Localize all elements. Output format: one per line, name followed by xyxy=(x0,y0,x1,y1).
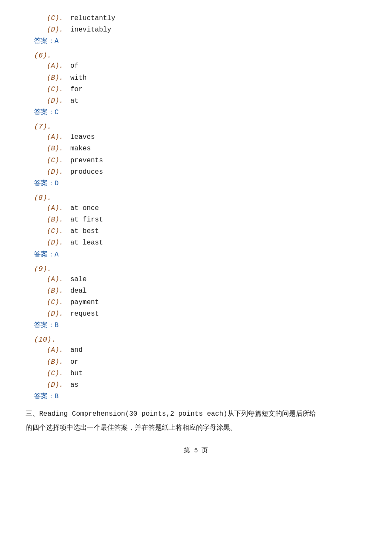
q9-option-c-label: (C). xyxy=(47,297,70,308)
answer-9: 答案：B xyxy=(34,321,366,330)
q9-num: (9). xyxy=(34,265,366,273)
q6-num: (6). xyxy=(34,52,366,60)
answer-7-value: D xyxy=(55,180,59,187)
q8-option-c: (C). at best xyxy=(47,226,366,237)
q9-option-d-text: request xyxy=(70,308,99,320)
page-number: 第 5 页 xyxy=(26,446,366,454)
q6-option-c-text: for xyxy=(70,84,83,95)
q7-option-c-label: (C). xyxy=(47,155,70,167)
q8-option-b-text: at first xyxy=(70,214,103,226)
answer-6: 答案：C xyxy=(34,108,366,117)
q8-option-d-text: at least xyxy=(70,237,103,249)
q10-option-c: (C). but xyxy=(47,368,366,380)
answer-5-label: 答案： xyxy=(34,37,55,45)
q9-option-d-label: (D). xyxy=(47,308,70,320)
q8-option-b: (B). at first xyxy=(47,214,366,226)
question-8: (8). (A). at once (B). at first (C). at … xyxy=(26,194,366,259)
q7-option-a: (A). leaves xyxy=(47,132,366,143)
q8-option-a-text: at once xyxy=(70,203,99,214)
answer-5-value: A xyxy=(55,37,59,45)
q10-option-c-text: but xyxy=(70,368,83,380)
q9-option-a-label: (A). xyxy=(47,274,70,285)
q6-option-b: (B). with xyxy=(47,72,366,84)
answer-9-label: 答案： xyxy=(34,322,55,329)
answer-8-label: 答案： xyxy=(34,251,55,259)
q6-option-b-label: (B). xyxy=(47,72,70,84)
q10-option-b-text: or xyxy=(70,357,78,368)
q7-option-c: (C). prevents xyxy=(47,155,366,167)
q10-option-d: (D). as xyxy=(47,380,366,391)
answer-8-value: A xyxy=(55,251,59,259)
q7-option-c-text: prevents xyxy=(70,155,103,167)
answer-10-value: B xyxy=(55,393,59,400)
q8-num: (8). xyxy=(34,194,366,202)
option-d-text: inevitably xyxy=(70,24,111,36)
option-d-inevitably: (D). inevitably xyxy=(47,24,366,36)
q8-option-d-label: (D). xyxy=(47,237,70,249)
q8-option-d: (D). at least xyxy=(47,237,366,249)
q9-option-a: (A). sale xyxy=(47,274,366,285)
question-5-tail: (C). reluctantly (D). inevitably 答案：A xyxy=(26,13,366,46)
answer-8: 答案：A xyxy=(34,250,366,259)
q6-option-a-label: (A). xyxy=(47,60,70,72)
question-7: (7). (A). leaves (B). makes (C). prevent… xyxy=(26,123,366,188)
answer-10: 答案：B xyxy=(34,392,366,401)
q6-option-c-label: (C). xyxy=(47,84,70,95)
q9-option-b-label: (B). xyxy=(47,285,70,297)
answer-6-value: C xyxy=(55,109,59,116)
q10-option-a-text: and xyxy=(70,345,83,356)
q6-option-a-text: of xyxy=(70,60,78,72)
q6-option-b-text: with xyxy=(70,72,86,84)
q10-option-a-label: (A). xyxy=(47,345,70,356)
answer-6-label: 答案： xyxy=(34,109,55,116)
question-10: (10). (A). and (B). or (C). but (D). as … xyxy=(26,336,366,401)
q8-option-c-text: at best xyxy=(70,226,99,237)
q6-option-d: (D). at xyxy=(47,95,366,107)
section3-sub: 的四个选择项中选出一个最佳答案，并在答题纸上将相应的字母涂黑。 xyxy=(26,422,366,433)
option-c-reluctantly: (C). reluctantly xyxy=(47,13,366,24)
q6-option-d-text: at xyxy=(70,95,78,107)
q7-num: (7). xyxy=(34,123,366,131)
option-d-label: (D). xyxy=(47,24,70,36)
q8-option-a: (A). at once xyxy=(47,203,366,214)
q10-option-c-label: (C). xyxy=(47,368,70,380)
q7-option-b-text: makes xyxy=(70,143,91,155)
q10-option-d-text: as xyxy=(70,380,78,391)
q6-option-c: (C). for xyxy=(47,84,366,95)
q8-option-c-label: (C). xyxy=(47,226,70,237)
answer-5: 答案：A xyxy=(34,37,366,46)
answer-9-value: B xyxy=(55,322,59,329)
option-c-label: (C). xyxy=(47,13,70,24)
q10-option-d-label: (D). xyxy=(47,380,70,391)
q9-option-d: (D). request xyxy=(47,308,366,320)
q8-option-b-label: (B). xyxy=(47,214,70,226)
q9-option-a-text: sale xyxy=(70,274,86,285)
q6-option-a: (A). of xyxy=(47,60,366,72)
q7-option-b-label: (B). xyxy=(47,143,70,155)
q8-option-a-label: (A). xyxy=(47,203,70,214)
q7-option-a-label: (A). xyxy=(47,132,70,143)
q10-option-a: (A). and xyxy=(47,345,366,356)
q7-option-d-label: (D). xyxy=(47,167,70,178)
option-c-text: reluctantly xyxy=(70,13,115,24)
q9-option-b: (B). deal xyxy=(47,285,366,297)
q9-option-b-text: deal xyxy=(70,285,86,297)
question-9: (9). (A). sale (B). deal (C). payment (D… xyxy=(26,265,366,330)
q9-option-c: (C). payment xyxy=(47,297,366,308)
q10-option-b: (B). or xyxy=(47,357,366,368)
q6-option-d-label: (D). xyxy=(47,95,70,107)
q10-option-b-label: (B). xyxy=(47,357,70,368)
answer-7: 答案：D xyxy=(34,179,366,188)
q7-option-a-text: leaves xyxy=(70,132,95,143)
q7-option-b: (B). makes xyxy=(47,143,366,155)
question-6: (6). (A). of (B). with (C). for (D). at … xyxy=(26,52,366,117)
q7-option-d-text: produces xyxy=(70,167,103,178)
q10-num: (10). xyxy=(34,336,366,344)
section3-header: 三、Reading Comprehension(30 points,2 poin… xyxy=(26,408,366,420)
q9-option-c-text: payment xyxy=(70,297,99,308)
q7-option-d: (D). produces xyxy=(47,167,366,178)
answer-10-label: 答案： xyxy=(34,393,55,400)
answer-7-label: 答案： xyxy=(34,180,55,187)
